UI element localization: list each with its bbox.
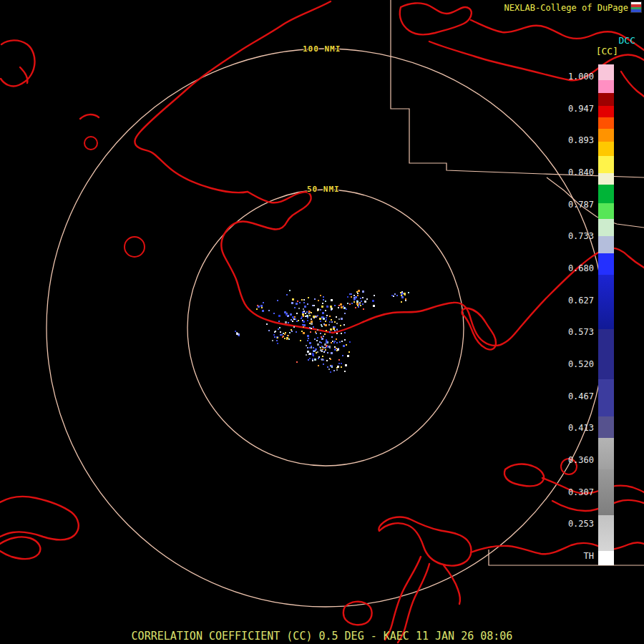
radar-echo-pixel — [236, 333, 238, 335]
range-ring-label-50nmi: 50 NMI — [307, 185, 340, 194]
radar-echo-pixel — [323, 318, 325, 320]
radar-echo-pixel — [344, 332, 346, 333]
radar-echo-pixel — [341, 306, 343, 308]
map-canvas — [0, 0, 644, 644]
colorbar-label: 0.360 — [551, 455, 594, 465]
radar-echo-pixel — [263, 302, 264, 303]
radar-echo-pixel — [341, 333, 342, 334]
colorbar-segment — [598, 551, 614, 565]
colorbar-label: 1.000 — [551, 72, 594, 82]
radar-echo-pixel — [404, 293, 406, 295]
colorbar-label: 0.413 — [551, 423, 594, 433]
colorbar-label: 0.947 — [551, 104, 594, 114]
color-scale-labels: 1.0000.9470.8930.8400.7870.7330.6800.627… — [551, 72, 594, 561]
colorbar-label: 0.787 — [551, 200, 594, 210]
map-outline-path — [400, 3, 472, 34]
radar-echo-pixel — [332, 341, 333, 342]
radar-echo-pixel — [261, 307, 263, 308]
radar-echo-pixel — [303, 308, 304, 310]
radar-echo-pixel — [278, 315, 280, 317]
radar-echo-pixel — [328, 346, 331, 348]
radar-echo-pixel — [351, 296, 352, 298]
radar-echo-pixel — [257, 305, 258, 306]
radar-echo-pixel — [305, 316, 306, 317]
radar-echo-pixel — [318, 300, 319, 301]
radar-echo-pixel — [292, 316, 294, 318]
radar-echo-pixel — [317, 343, 319, 346]
radar-echo-pixel — [274, 336, 275, 338]
radar-echo-pixel — [311, 347, 312, 348]
map-circle-feature — [84, 137, 97, 150]
colorbar-segment — [598, 117, 614, 129]
radar-echo-pixel — [405, 300, 406, 301]
product-unit-label: [CC] — [596, 46, 618, 57]
radar-echo-pixel — [401, 296, 404, 298]
radar-echo-pixel — [307, 303, 308, 305]
radar-echo-pixel — [311, 328, 312, 329]
colorbar-segment — [598, 129, 614, 142]
radar-echo-pixel — [283, 333, 284, 334]
radar-echo-pixel — [311, 323, 313, 325]
radar-echo-pixel — [309, 342, 311, 344]
radar-echo-pixel — [331, 352, 333, 354]
radar-echo-pixel — [337, 366, 339, 368]
radar-echo-pixel — [273, 313, 275, 314]
radar-echo-pixel — [321, 326, 323, 327]
radar-echo-pixel — [319, 341, 321, 343]
radar-echo-pixel — [291, 331, 293, 332]
radar-echo-pixel — [298, 320, 299, 321]
radar-echo-pixel — [330, 358, 331, 360]
radar-echo-pixel — [334, 341, 336, 342]
radar-echo-pixel — [293, 318, 295, 320]
radar-echo-pixel — [328, 324, 330, 326]
radar-echo-pixel — [284, 311, 286, 313]
radar-echo-pixel — [321, 336, 322, 338]
radar-echo-pixel — [316, 333, 317, 334]
radar-echo-pixel — [306, 311, 308, 313]
colorbar-label: 0.253 — [551, 519, 594, 529]
radar-echo-pixel — [338, 307, 339, 308]
radar-echo-pixel — [405, 298, 406, 300]
colorbar-label: 0.840 — [551, 167, 594, 177]
radar-echo-pixel — [324, 333, 326, 335]
colorbar-segment — [598, 329, 614, 379]
radar-echo-pixel — [326, 317, 327, 318]
radar-echo-pixel — [344, 313, 346, 314]
radar-echo-pixel — [346, 344, 347, 346]
radar-echo-pixel — [331, 366, 333, 368]
radar-echo-pixel — [286, 337, 288, 339]
radar-echo-pixel — [320, 321, 321, 322]
radar-echo-pixel — [325, 310, 326, 311]
radar-echo-pixel — [336, 323, 338, 324]
radar-echo-pixel — [330, 371, 331, 373]
radar-display: 100 NMI 50 NMI NEXLAB-College of DuPage … — [0, 0, 644, 644]
radar-echo-pixel — [307, 335, 309, 337]
radar-echo-pixel — [316, 340, 318, 341]
radar-echo-pixel — [394, 293, 396, 295]
radar-echo-pixel — [289, 332, 291, 333]
radar-echo-pixel — [347, 355, 349, 357]
radar-echo-pixel — [303, 321, 305, 323]
radar-echo-pixel — [302, 313, 304, 316]
map-outline-path — [80, 114, 99, 119]
radar-echo-pixel — [329, 331, 331, 333]
radar-echo-pixel — [321, 351, 323, 352]
radar-echo-pixel — [313, 326, 314, 328]
radar-echo-pixel — [317, 351, 318, 353]
radar-echo-pixel — [309, 311, 311, 313]
radar-echo-pixel — [339, 341, 341, 343]
map-outline-path — [444, 565, 460, 604]
radar-echo-pixel — [298, 308, 300, 309]
colorbar-segment — [598, 219, 614, 236]
map-outline-path — [135, 1, 331, 192]
colorbar-segment — [598, 416, 614, 438]
radar-echo-pixel — [313, 305, 315, 306]
map-outline-path — [462, 308, 496, 350]
radar-echo-pixel — [309, 315, 311, 316]
radar-echo-pixel — [284, 338, 286, 339]
radar-echo-pixel — [303, 311, 305, 312]
radar-echo-pixel — [362, 297, 364, 298]
radar-echo-pixel — [373, 305, 375, 307]
radar-echo-pixel — [314, 358, 316, 361]
radar-echo-pixel — [341, 366, 342, 368]
